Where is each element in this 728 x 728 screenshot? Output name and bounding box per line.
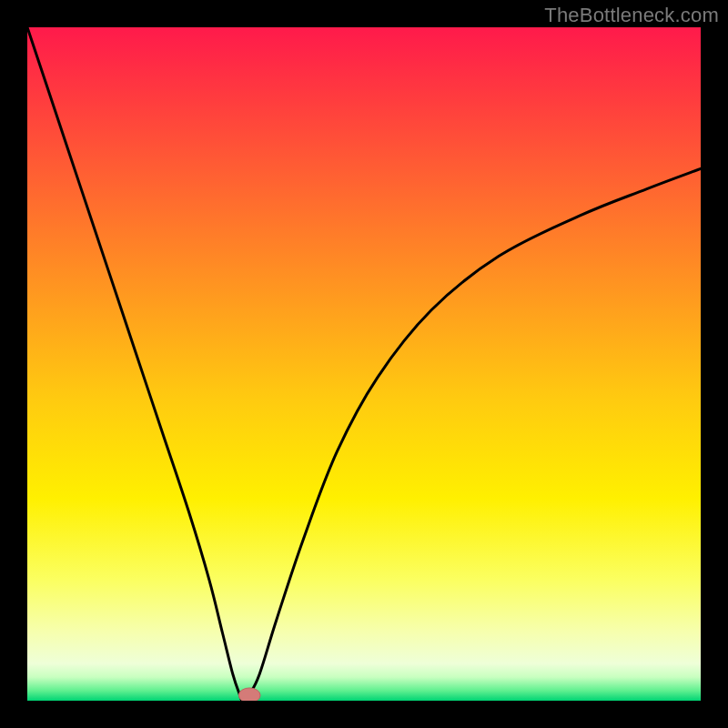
minimum-marker bbox=[238, 688, 260, 701]
chart-frame: TheBottleneck.com bbox=[0, 0, 728, 728]
gradient-background bbox=[27, 27, 701, 701]
bottleneck-chart bbox=[27, 27, 701, 701]
plot-area bbox=[27, 27, 701, 701]
watermark-text: TheBottleneck.com bbox=[544, 4, 719, 27]
